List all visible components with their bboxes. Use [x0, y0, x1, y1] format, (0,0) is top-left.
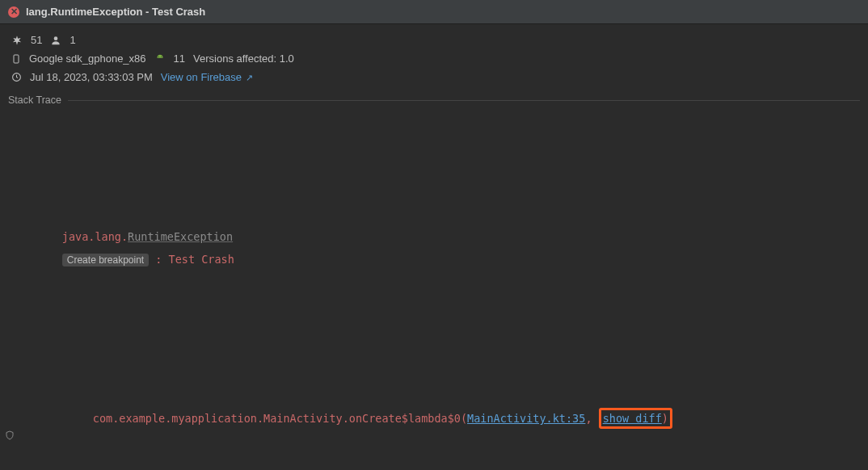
exception-class[interactable]: RuntimeException — [128, 230, 233, 243]
clock-icon — [11, 72, 22, 82]
exception-message: Test Crash — [169, 253, 234, 266]
meta-row-counts: 51 1 — [0, 24, 868, 49]
external-link-icon: ↗ — [243, 73, 253, 82]
stack-frame: com.example.myapplication.MainActivity.o… — [5, 384, 863, 470]
crash-icon — [11, 35, 23, 46]
user-icon — [50, 35, 61, 46]
meta-row-device: Google sdk_gphone_x86 11 Versions affect… — [0, 49, 868, 68]
stack-trace: java.lang.RuntimeException Create breakp… — [0, 109, 868, 470]
stack-trace-section-label: Stack Trace — [0, 91, 868, 109]
svg-point-0 — [54, 36, 58, 40]
svg-rect-1 — [14, 55, 19, 63]
versions-affected: Versions affected: 1.0 — [193, 52, 294, 65]
svg-point-3 — [161, 56, 162, 57]
user-count: 1 — [70, 34, 75, 46]
show-diff-link[interactable]: show diff — [603, 412, 662, 425]
timestamp: Jul 18, 2023, 03:33:03 PM — [30, 71, 153, 83]
view-on-firebase-link[interactable]: View on Firebase ↗ — [161, 71, 253, 83]
svg-point-2 — [158, 56, 158, 57]
source-link[interactable]: MainActivity.kt:35 — [467, 412, 585, 425]
error-icon: ✕ — [8, 6, 19, 18]
create-breakpoint-button[interactable]: Create breakpoint — [62, 254, 149, 266]
exception-package: java.lang. — [62, 230, 128, 243]
device-name: Google sdk_gphone_x86 — [29, 52, 146, 65]
exception-line: java.lang.RuntimeException Create breakp… — [5, 203, 863, 294]
shield-icon — [5, 385, 21, 470]
meta-row-time: Jul 18, 2023, 03:33:03 PM View on Fireba… — [0, 68, 868, 91]
android-icon — [154, 53, 166, 65]
header-title: lang.RuntimeException - Test Crash — [26, 6, 205, 18]
device-icon — [11, 53, 21, 65]
window-header: ✕ lang.RuntimeException - Test Crash — [0, 0, 868, 24]
crash-count: 51 — [31, 34, 42, 46]
show-diff-highlight: show diff) — [599, 408, 672, 429]
api-level: 11 — [174, 52, 185, 65]
